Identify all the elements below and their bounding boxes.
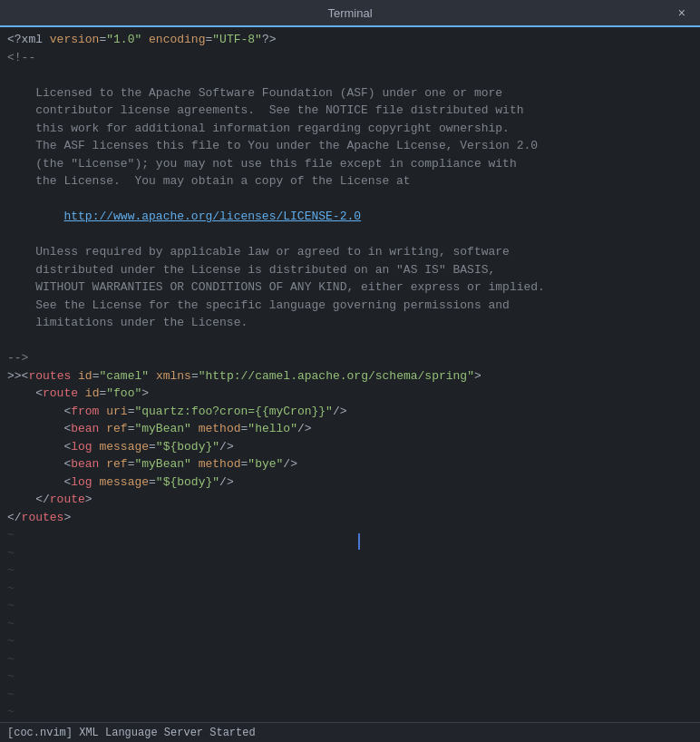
line-from: <from uri="quartz:foo?cron={{myCron}}"/> — [7, 403, 693, 421]
line-log-body: <log message="${body}"/> — [7, 438, 693, 456]
editor-content[interactable]: <?xml version="1.0" encoding="UTF-8"?> <… — [0, 27, 700, 722]
line-comment-end: --> — [7, 349, 693, 367]
status-bar: [coc.nvim] XML Language Server Started — [0, 722, 700, 742]
tilde-4: ~ — [7, 580, 693, 598]
line-comment-start: <!-- — [7, 49, 693, 67]
tilde-7: ~ — [7, 632, 693, 650]
line-comment-url: http://www.apache.org/licenses/LICENSE-2… — [7, 208, 693, 226]
line-empty-4 — [7, 332, 693, 350]
line-bean-hello: <bean ref="myBean" method="hello"/> — [7, 420, 693, 438]
line-route-close: </route> — [7, 491, 693, 509]
line-comment-10: See the License for the specific languag… — [7, 297, 693, 315]
line-comment-2: contributor license agreements. See the … — [7, 102, 693, 120]
line-comment-5: (the "License"); you may not use this fi… — [7, 155, 693, 173]
line-empty-3 — [7, 226, 693, 244]
status-text: [coc.nvim] XML Language Server Started — [7, 727, 256, 739]
title-bar: Terminal × — [0, 0, 700, 25]
tilde-2: ~ — [7, 544, 693, 562]
line-comment-3: this work for additional information reg… — [7, 120, 693, 138]
tilde-8: ~ — [7, 650, 693, 669]
terminal-title: Terminal — [327, 6, 372, 20]
line-comment-7: Unless required by applicable law or agr… — [7, 243, 693, 261]
tilde-3: ~ — [7, 561, 693, 580]
tilde-6: ~ — [7, 615, 693, 633]
line-comment-4: The ASF licenses this file to You under … — [7, 137, 693, 155]
line-comment-8: distributed under the License is distrib… — [7, 261, 693, 279]
text-cursor — [358, 533, 360, 550]
tilde-11: ~ — [7, 703, 693, 721]
terminal-window: Terminal × <?xml version="1.0" encoding=… — [0, 0, 700, 742]
line-comment-6: the License. You may obtain a copy of th… — [7, 172, 693, 190]
line-comment-9: WITHOUT WARRANTIES OR CONDITIONS OF ANY … — [7, 278, 693, 297]
line-routes-close: </routes> — [7, 509, 693, 527]
line-log-body2: <log message="${body}"/> — [7, 474, 693, 492]
line-route-open: <route id="foo"> — [7, 385, 693, 403]
tilde-10: ~ — [7, 686, 693, 704]
tilde-5: ~ — [7, 597, 693, 615]
line-comment-1: Licensed to the Apache Software Foundati… — [7, 84, 693, 103]
code-area: <?xml version="1.0" encoding="UTF-8"?> <… — [0, 31, 700, 721]
line-routes-open: >><routes id="camel" xmlns="http://camel… — [7, 367, 693, 386]
close-button[interactable]: × — [673, 4, 691, 22]
line-comment-11: limitations under the License. — [7, 314, 693, 332]
tilde-9: ~ — [7, 668, 693, 686]
line-xml-pi: <?xml version="1.0" encoding="UTF-8"?> — [7, 31, 693, 49]
line-empty-1 — [7, 66, 693, 84]
tilde-1: ~ — [7, 526, 693, 544]
line-bean-bye: <bean ref="myBean" method="bye"/> — [7, 455, 693, 474]
line-empty-2 — [7, 190, 693, 209]
